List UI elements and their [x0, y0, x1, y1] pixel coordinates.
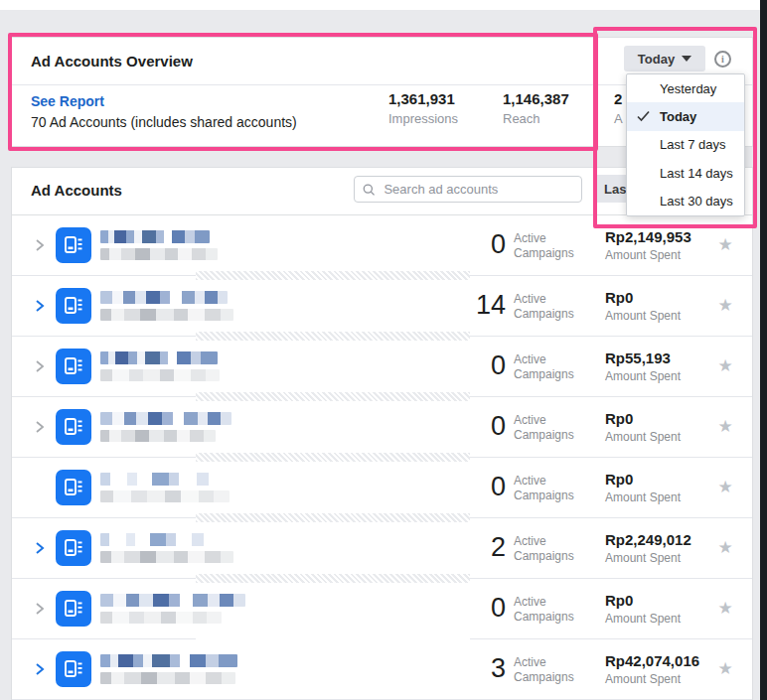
redaction-overlay: [196, 215, 470, 648]
amount-spent-value: Rp0: [605, 289, 633, 306]
search-icon: [363, 183, 375, 197]
star-icon[interactable]: ★: [714, 658, 736, 679]
active-campaigns-count: 3: [418, 653, 506, 684]
redaction-strip: [196, 513, 470, 522]
menu-item-last-14-days[interactable]: Last 14 days: [627, 159, 744, 187]
amount-spent-label: Amount Spent: [605, 490, 681, 504]
overview-title: Ad Accounts Overview: [31, 53, 193, 70]
amount-spent-value: Rp0: [605, 592, 633, 609]
redacted-account-name: [100, 351, 218, 364]
redaction-strip: [196, 271, 470, 280]
ad-account-icon: [56, 409, 91, 445]
redacted-account-name: [100, 654, 237, 667]
amount-spent-value: Rp55,193: [605, 350, 671, 366]
chevron-right-icon[interactable]: [33, 662, 47, 676]
redacted-account-name: [100, 412, 231, 425]
redacted-account-id: [100, 248, 218, 260]
redacted-account-name: [100, 594, 245, 607]
redacted-account-id: [100, 430, 216, 442]
search-box[interactable]: [354, 176, 582, 203]
active-campaigns-label: ActiveCampaigns: [514, 413, 574, 443]
redacted-account-name: [100, 533, 218, 546]
date-range-button[interactable]: Today: [624, 46, 705, 71]
chevron-right-icon[interactable]: [33, 359, 47, 373]
date-range-button-label: Today: [638, 52, 675, 67]
ad-account-icon: [56, 530, 91, 566]
ad-account-icon: [56, 227, 91, 263]
star-icon[interactable]: ★: [714, 537, 736, 558]
redacted-account-id: [100, 672, 235, 684]
stat-reach: 1,146,387 Reach: [503, 90, 612, 126]
menu-item-yesterday[interactable]: Yesterday: [627, 74, 744, 102]
amount-spent-value: Rp42,074,016: [605, 652, 699, 669]
menu-item-last-7-days[interactable]: Last 7 days: [627, 131, 744, 159]
ad-account-icon: [56, 470, 91, 505]
redacted-account-id: [100, 551, 233, 563]
ads-manager-page: Ad Accounts Overview See Report 70 Ad Ac…: [0, 0, 767, 700]
amount-spent-label: Amount Spent: [605, 309, 681, 323]
active-campaigns-label: ActiveCampaigns: [514, 534, 574, 564]
star-icon[interactable]: ★: [714, 355, 736, 376]
caret-down-icon: [682, 56, 691, 62]
date-range-dropdown: Yesterday Today Last 7 days Last 14 days…: [626, 73, 745, 216]
star-icon[interactable]: ★: [714, 477, 736, 497]
ad-account-icon: [56, 591, 91, 627]
amount-spent-value: Rp0: [605, 471, 633, 488]
redacted-account-name: [100, 473, 224, 486]
redacted-account-name: [100, 291, 228, 304]
amount-spent-label: Amount Spent: [605, 248, 681, 262]
see-report-link[interactable]: See Report: [31, 93, 104, 109]
active-campaigns-label: ActiveCampaigns: [514, 595, 574, 625]
star-icon[interactable]: ★: [714, 598, 736, 619]
ad-account-icon: [56, 651, 91, 687]
ad-account-icon: [56, 288, 91, 324]
chevron-right-icon[interactable]: [33, 238, 47, 252]
amount-spent-label: Amount Spent: [605, 430, 681, 444]
ad-accounts-title: Ad Accounts: [31, 182, 122, 199]
stat-reach-label: Reach: [503, 111, 612, 126]
star-icon[interactable]: ★: [714, 295, 736, 316]
active-campaigns-label: ActiveCampaigns: [514, 474, 574, 503]
ad-account-icon: [56, 349, 91, 384]
redacted-account-id: [100, 490, 230, 502]
chevron-right-icon[interactable]: [33, 299, 47, 313]
menu-item-today[interactable]: Today: [627, 102, 744, 130]
amount-spent-value: Rp2,249,012: [605, 531, 691, 548]
top-white-strip: [0, 0, 760, 10]
chevron-right-icon[interactable]: [33, 541, 47, 555]
redaction-strip: [196, 392, 470, 401]
redaction-strip: [196, 453, 470, 462]
redacted-account-id: [100, 612, 222, 624]
stat-impressions: 1,361,931 Impressions: [388, 90, 498, 126]
star-icon[interactable]: ★: [714, 234, 736, 255]
menu-item-last-30-days[interactable]: Last 30 days: [627, 188, 744, 215]
redacted-account-name: [100, 230, 210, 243]
active-campaigns-label: ActiveCampaigns: [514, 352, 574, 382]
check-icon: [637, 110, 650, 122]
stat-impressions-label: Impressions: [388, 111, 498, 126]
amount-spent-label: Amount Spent: [605, 369, 681, 383]
redaction-strip: [196, 332, 470, 341]
account-row[interactable]: 3 ActiveCampaigns Rp42,074,016 Amount Sp…: [12, 639, 752, 700]
active-campaigns-label: ActiveCampaigns: [514, 231, 574, 261]
redacted-account-id: [100, 309, 233, 321]
active-campaigns-label: ActiveCampaigns: [514, 655, 574, 685]
info-icon[interactable]: i: [714, 51, 731, 68]
amount-spent-label: Amount Spent: [605, 612, 681, 626]
stat-impressions-value: 1,361,931: [388, 90, 498, 107]
stat-reach-value: 1,146,387: [503, 90, 612, 107]
window-right-edge: [760, 0, 767, 700]
chevron-right-icon[interactable]: [33, 420, 47, 434]
overview-subtitle: 70 Ad Accounts (includes shared accounts…: [31, 114, 297, 130]
chevron-right-icon[interactable]: [33, 602, 47, 616]
amount-spent-value: Rp0: [605, 410, 633, 427]
amount-spent-label: Amount Spent: [605, 551, 681, 565]
star-icon[interactable]: ★: [714, 416, 736, 437]
search-input[interactable]: [382, 181, 573, 198]
amount-spent-value: Rp2,149,953: [605, 228, 691, 245]
active-campaigns-label: ActiveCampaigns: [514, 292, 574, 322]
redaction-strip: [196, 574, 470, 583]
redacted-account-id: [100, 369, 220, 381]
amount-spent-label: Amount Spent: [605, 672, 681, 686]
